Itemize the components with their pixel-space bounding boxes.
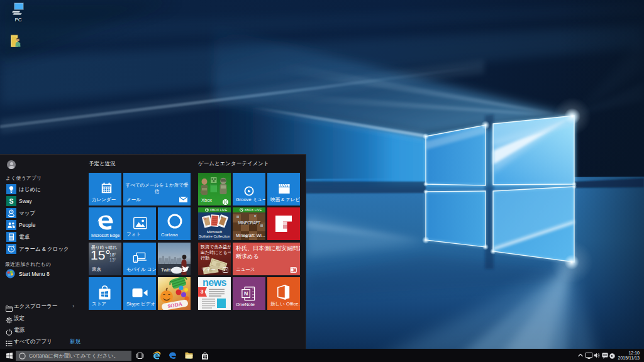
svg-text:XBOX LIVE: XBOX LIVE	[245, 208, 262, 212]
svg-text:3: 3	[201, 288, 204, 295]
svg-text:S: S	[9, 197, 13, 205]
svg-text:XBOX LIVE: XBOX LIVE	[210, 208, 228, 212]
svg-text:N: N	[244, 290, 248, 297]
